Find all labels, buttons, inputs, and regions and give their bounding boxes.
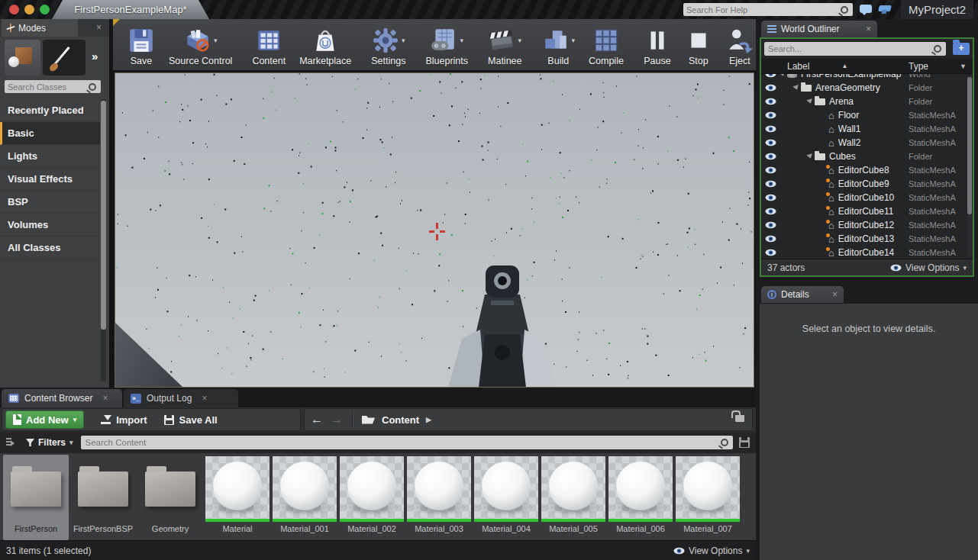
feedback-chat-icon[interactable] (860, 5, 872, 13)
expand-arrow-icon[interactable] (793, 85, 801, 90)
asset-tile-geometry[interactable]: Geometry (137, 455, 203, 540)
breadcrumb[interactable]: Content ▶ (362, 414, 431, 426)
outliner-row-editorcube8[interactable]: ⌂EditorCube8StaticMeshA (761, 163, 973, 177)
modes-category-visual-effects[interactable]: Visual Effects (0, 168, 100, 191)
sources-panel-toggle-icon[interactable] (6, 437, 18, 448)
visibility-eye-icon[interactable] (761, 74, 779, 78)
dropdown-arrow-icon[interactable]: ▾ (214, 37, 218, 44)
details-tab[interactable]: i Details × (761, 286, 844, 303)
toolbar-button-stop[interactable]: Stop (678, 21, 719, 70)
asset-tile-material-005[interactable]: Material_005 (541, 455, 606, 540)
save-all-button[interactable]: Save All (164, 414, 218, 426)
type-filter-icon[interactable]: ▼ (960, 63, 967, 70)
lock-icon[interactable] (735, 415, 744, 422)
import-button[interactable]: Import (101, 414, 147, 426)
world-outliner-tab[interactable]: World Outliner × (761, 21, 877, 37)
modes-scrollbar[interactable] (101, 99, 106, 381)
outliner-row-editorcube12[interactable]: ⌂EditorCube12StaticMeshA (761, 218, 973, 232)
outliner-row-floor[interactable]: ⌂FloorStaticMeshA (761, 108, 973, 122)
visibility-eye-icon[interactable] (761, 180, 779, 188)
visibility-eye-icon[interactable] (761, 249, 779, 256)
toolbar-button-eject[interactable]: Eject (719, 21, 760, 70)
modes-category-basic[interactable]: Basic (0, 122, 100, 145)
visibility-eye-icon[interactable] (761, 153, 779, 160)
outliner-scrollbar-thumb[interactable] (967, 77, 972, 214)
outliner-row-arena[interactable]: ArenaFolder (761, 95, 973, 108)
expand-arrow-icon[interactable] (779, 74, 787, 76)
asset-tile-material[interactable]: Material (205, 455, 270, 540)
visibility-eye-icon[interactable] (761, 125, 779, 133)
visibility-eye-icon[interactable] (761, 84, 779, 92)
paint-mode-button[interactable] (43, 40, 86, 76)
outliner-row-wall2[interactable]: ⌂Wall2StaticMeshA (761, 136, 973, 150)
toolbar-button-source-control[interactable]: ▾Source Control (162, 21, 239, 70)
modes-category-recently-placed[interactable]: Recently Placed (0, 99, 100, 122)
tab-content-browser[interactable]: Content Browser × (2, 389, 122, 407)
modes-category-bsp[interactable]: BSP (0, 191, 100, 214)
tab-output-log[interactable]: »_ Output Log × (124, 389, 238, 407)
save-search-icon[interactable] (739, 437, 750, 448)
modes-tab[interactable]: Modes (2, 19, 78, 37)
outliner-row-arenageometry[interactable]: ArenaGeometryFolder (761, 81, 973, 95)
content-view-options-button[interactable]: View Options ▾ (673, 546, 750, 556)
visibility-eye-icon[interactable] (761, 111, 779, 119)
toolbar-button-content[interactable]: Content (245, 21, 292, 70)
visibility-eye-icon[interactable] (761, 221, 779, 229)
close-icon[interactable]: × (866, 24, 871, 34)
toolbar-button-settings[interactable]: ▾Settings (364, 21, 412, 70)
close-icon[interactable]: × (102, 393, 108, 404)
content-search-input[interactable] (81, 438, 719, 447)
outliner-row-firstpersonexamplemap[interactable]: FirstPersonExampleMapWorld (761, 74, 973, 81)
breadcrumb-arrow-icon[interactable]: ▶ (426, 416, 431, 423)
outliner-scrollbar[interactable] (967, 76, 972, 257)
level-viewport[interactable] (115, 72, 754, 388)
label-column-header[interactable]: Label (787, 61, 809, 72)
toolbar-button-pause[interactable]: Pause (637, 21, 678, 70)
toolbar-button-compile[interactable]: Compile (582, 21, 631, 70)
close-icon[interactable]: × (96, 23, 102, 32)
type-column-header[interactable]: Type (909, 61, 928, 72)
outliner-search-input[interactable] (764, 44, 932, 53)
outliner-row-editorcube11[interactable]: ⌂EditorCube11StaticMeshA (761, 204, 973, 218)
modes-category-lights[interactable]: Lights (0, 145, 100, 168)
add-new-button[interactable]: Add New ▾ (5, 410, 84, 429)
toolbar-button-build[interactable]: ▾Build (535, 21, 583, 70)
visibility-eye-icon[interactable] (761, 166, 779, 174)
filters-button[interactable]: Filters ▾ (26, 437, 73, 448)
toolbar-button-marketplace[interactable]: Marketplace (292, 21, 358, 70)
forward-button[interactable]: → (331, 414, 343, 426)
search-classes-input[interactable] (5, 82, 87, 92)
outliner-view-options-button[interactable]: View Options ▾ (890, 262, 967, 273)
toolbar-button-blueprints[interactable]: ▾Blueprints (418, 21, 475, 70)
place-mode-button[interactable] (5, 40, 40, 76)
tutorials-cap-icon[interactable] (878, 5, 892, 11)
outliner-row-cubes[interactable]: CubesFolder (761, 150, 973, 163)
modes-overflow-chevron-icon[interactable]: » (92, 50, 96, 63)
asset-tile-firstperson[interactable]: FirstPerson (3, 455, 69, 540)
dropdown-arrow-icon[interactable]: ▾ (518, 37, 521, 44)
outliner-row-wall1[interactable]: ⌂Wall1StaticMeshA (761, 122, 973, 136)
modes-category-volumes[interactable]: Volumes (0, 214, 100, 237)
add-folder-icon[interactable]: + (953, 43, 970, 55)
outliner-row-editorcube14[interactable]: ⌂EditorCube14StaticMeshA (761, 246, 973, 259)
asset-tile-material-001[interactable]: Material_001 (272, 455, 337, 540)
modes-scrollbar-thumb[interactable] (101, 101, 106, 330)
modes-category-all-classes[interactable]: All Classes (0, 237, 100, 259)
outliner-row-editorcube13[interactable]: ⌂EditorCube13StaticMeshA (761, 232, 973, 246)
outliner-column-header[interactable]: Label ▲ Type ▼ (761, 59, 973, 74)
asset-tile-material-003[interactable]: Material_003 (406, 455, 472, 540)
expand-arrow-icon[interactable] (807, 154, 815, 159)
asset-tile-material-006[interactable]: Material_006 (608, 455, 673, 540)
level-tab[interactable]: FirstPersonExampleMap* (52, 0, 209, 19)
toolbar-button-matinee[interactable]: ▾Matinee (481, 21, 528, 70)
close-icon[interactable]: × (832, 290, 838, 299)
visibility-eye-icon[interactable] (761, 139, 779, 146)
outliner-row-editorcube10[interactable]: ⌂EditorCube10StaticMeshA (761, 191, 973, 204)
asset-tile-firstpersonbsp[interactable]: FirstPersonBSP (70, 455, 136, 540)
expand-arrow-icon[interactable] (807, 99, 815, 104)
close-window-button[interactable] (9, 5, 19, 14)
visibility-eye-icon[interactable] (761, 208, 779, 215)
close-icon[interactable]: × (202, 393, 207, 404)
visibility-eye-icon[interactable] (761, 194, 779, 201)
minimize-window-button[interactable] (24, 5, 34, 14)
